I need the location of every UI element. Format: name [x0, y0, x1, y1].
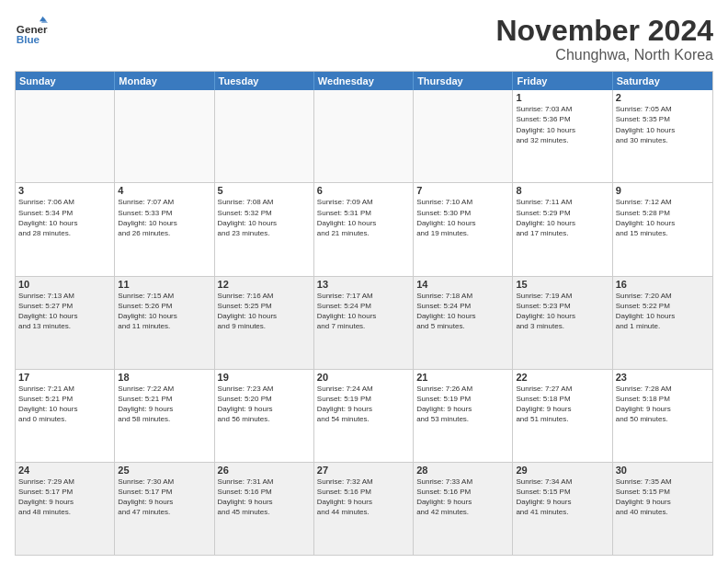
day-number: 18 [118, 372, 210, 383]
day-info: Sunrise: 7:33 AM Sunset: 5:16 PM Dayligh… [416, 477, 509, 518]
day-cell-30: 30Sunrise: 7:35 AM Sunset: 5:15 PM Dayli… [613, 463, 712, 555]
header-day-tuesday: Tuesday [215, 72, 314, 90]
day-info: Sunrise: 7:05 AM Sunset: 5:35 PM Dayligh… [616, 104, 710, 145]
empty-cell-0-0 [16, 90, 115, 182]
day-cell-18: 18Sunrise: 7:22 AM Sunset: 5:21 PM Dayli… [115, 370, 214, 462]
day-info: Sunrise: 7:32 AM Sunset: 5:16 PM Dayligh… [317, 477, 410, 518]
empty-cell-0-4 [414, 90, 513, 182]
header: General Blue November 2024 Chunghwa, Nor… [15, 15, 713, 63]
day-number: 8 [516, 185, 609, 196]
day-info: Sunrise: 7:34 AM Sunset: 5:15 PM Dayligh… [516, 477, 609, 518]
day-info: Sunrise: 7:28 AM Sunset: 5:18 PM Dayligh… [616, 384, 710, 425]
day-cell-11: 11Sunrise: 7:15 AM Sunset: 5:26 PM Dayli… [115, 277, 214, 369]
day-info: Sunrise: 7:26 AM Sunset: 5:19 PM Dayligh… [416, 384, 509, 425]
header-day-monday: Monday [115, 72, 214, 90]
day-info: Sunrise: 7:24 AM Sunset: 5:19 PM Dayligh… [317, 384, 410, 425]
day-cell-7: 7Sunrise: 7:10 AM Sunset: 5:30 PM Daylig… [414, 183, 513, 275]
day-cell-9: 9Sunrise: 7:12 AM Sunset: 5:28 PM Daylig… [613, 183, 712, 275]
day-cell-26: 26Sunrise: 7:31 AM Sunset: 5:16 PM Dayli… [215, 463, 314, 555]
day-info: Sunrise: 7:10 AM Sunset: 5:30 PM Dayligh… [416, 197, 509, 238]
day-cell-14: 14Sunrise: 7:18 AM Sunset: 5:24 PM Dayli… [414, 277, 513, 369]
day-info: Sunrise: 7:07 AM Sunset: 5:33 PM Dayligh… [118, 197, 210, 238]
day-number: 7 [416, 185, 509, 196]
day-info: Sunrise: 7:35 AM Sunset: 5:15 PM Dayligh… [616, 477, 710, 518]
day-cell-12: 12Sunrise: 7:16 AM Sunset: 5:25 PM Dayli… [215, 277, 314, 369]
day-cell-15: 15Sunrise: 7:19 AM Sunset: 5:23 PM Dayli… [513, 277, 612, 369]
calendar-row-1: 1Sunrise: 7:03 AM Sunset: 5:36 PM Daylig… [16, 90, 712, 182]
day-info: Sunrise: 7:23 AM Sunset: 5:20 PM Dayligh… [218, 384, 311, 425]
calendar-row-3: 10Sunrise: 7:13 AM Sunset: 5:27 PM Dayli… [16, 276, 712, 369]
subtitle: Chunghwa, North Korea [495, 47, 713, 63]
day-cell-24: 24Sunrise: 7:29 AM Sunset: 5:17 PM Dayli… [16, 463, 115, 555]
page: General Blue November 2024 Chunghwa, Nor… [0, 0, 728, 563]
day-info: Sunrise: 7:29 AM Sunset: 5:17 PM Dayligh… [18, 477, 111, 518]
day-info: Sunrise: 7:22 AM Sunset: 5:21 PM Dayligh… [118, 384, 210, 425]
header-day-saturday: Saturday [613, 72, 712, 90]
day-cell-6: 6Sunrise: 7:09 AM Sunset: 5:31 PM Daylig… [314, 183, 414, 275]
day-number: 19 [218, 372, 311, 383]
day-number: 10 [18, 279, 111, 290]
calendar-row-4: 17Sunrise: 7:21 AM Sunset: 5:21 PM Dayli… [16, 369, 712, 462]
calendar-header: SundayMondayTuesdayWednesdayThursdayFrid… [16, 72, 712, 90]
day-cell-1: 1Sunrise: 7:03 AM Sunset: 5:36 PM Daylig… [513, 90, 612, 182]
day-number: 22 [516, 372, 609, 383]
day-cell-5: 5Sunrise: 7:08 AM Sunset: 5:32 PM Daylig… [215, 183, 314, 275]
empty-cell-0-1 [115, 90, 214, 182]
day-number: 21 [416, 372, 509, 383]
header-day-thursday: Thursday [414, 72, 513, 90]
day-info: Sunrise: 7:15 AM Sunset: 5:26 PM Dayligh… [118, 291, 210, 332]
day-info: Sunrise: 7:03 AM Sunset: 5:36 PM Dayligh… [516, 104, 609, 145]
day-info: Sunrise: 7:09 AM Sunset: 5:31 PM Dayligh… [317, 197, 410, 238]
day-info: Sunrise: 7:13 AM Sunset: 5:27 PM Dayligh… [18, 291, 111, 332]
day-info: Sunrise: 7:06 AM Sunset: 5:34 PM Dayligh… [18, 197, 111, 238]
day-number: 26 [218, 465, 311, 476]
day-number: 6 [317, 185, 410, 196]
day-number: 28 [416, 465, 509, 476]
calendar-row-2: 3Sunrise: 7:06 AM Sunset: 5:34 PM Daylig… [16, 182, 712, 275]
day-number: 3 [18, 185, 111, 196]
day-cell-28: 28Sunrise: 7:33 AM Sunset: 5:16 PM Dayli… [414, 463, 513, 555]
calendar-row-5: 24Sunrise: 7:29 AM Sunset: 5:17 PM Dayli… [16, 462, 712, 555]
day-info: Sunrise: 7:08 AM Sunset: 5:32 PM Dayligh… [218, 197, 311, 238]
main-title: November 2024 [495, 15, 713, 47]
day-info: Sunrise: 7:17 AM Sunset: 5:24 PM Dayligh… [317, 291, 410, 332]
day-cell-13: 13Sunrise: 7:17 AM Sunset: 5:24 PM Dayli… [314, 277, 414, 369]
day-cell-19: 19Sunrise: 7:23 AM Sunset: 5:20 PM Dayli… [215, 370, 314, 462]
day-number: 1 [516, 92, 609, 103]
day-info: Sunrise: 7:20 AM Sunset: 5:22 PM Dayligh… [616, 291, 710, 332]
header-day-sunday: Sunday [16, 72, 115, 90]
day-cell-2: 2Sunrise: 7:05 AM Sunset: 5:35 PM Daylig… [613, 90, 712, 182]
day-cell-4: 4Sunrise: 7:07 AM Sunset: 5:33 PM Daylig… [115, 183, 214, 275]
day-info: Sunrise: 7:30 AM Sunset: 5:17 PM Dayligh… [118, 477, 210, 518]
title-block: November 2024 Chunghwa, North Korea [495, 15, 713, 63]
day-number: 27 [317, 465, 410, 476]
day-number: 9 [616, 185, 710, 196]
svg-text:Blue: Blue [17, 33, 40, 45]
day-info: Sunrise: 7:31 AM Sunset: 5:16 PM Dayligh… [218, 477, 311, 518]
day-number: 25 [118, 465, 210, 476]
day-info: Sunrise: 7:21 AM Sunset: 5:21 PM Dayligh… [18, 384, 111, 425]
day-info: Sunrise: 7:27 AM Sunset: 5:18 PM Dayligh… [516, 384, 609, 425]
day-cell-21: 21Sunrise: 7:26 AM Sunset: 5:19 PM Dayli… [414, 370, 513, 462]
day-cell-29: 29Sunrise: 7:34 AM Sunset: 5:15 PM Dayli… [513, 463, 612, 555]
header-day-friday: Friday [513, 72, 612, 90]
day-info: Sunrise: 7:11 AM Sunset: 5:29 PM Dayligh… [516, 197, 609, 238]
day-number: 4 [118, 185, 210, 196]
day-number: 2 [616, 92, 710, 103]
logo: General Blue [15, 15, 48, 48]
day-cell-16: 16Sunrise: 7:20 AM Sunset: 5:22 PM Dayli… [613, 277, 712, 369]
logo-icon: General Blue [15, 15, 48, 48]
day-number: 11 [118, 279, 210, 290]
calendar-body: 1Sunrise: 7:03 AM Sunset: 5:36 PM Daylig… [16, 90, 712, 555]
day-cell-23: 23Sunrise: 7:28 AM Sunset: 5:18 PM Dayli… [613, 370, 712, 462]
day-cell-20: 20Sunrise: 7:24 AM Sunset: 5:19 PM Dayli… [314, 370, 414, 462]
day-number: 12 [218, 279, 311, 290]
day-info: Sunrise: 7:12 AM Sunset: 5:28 PM Dayligh… [616, 197, 710, 238]
day-number: 15 [516, 279, 609, 290]
day-cell-22: 22Sunrise: 7:27 AM Sunset: 5:18 PM Dayli… [513, 370, 612, 462]
day-cell-3: 3Sunrise: 7:06 AM Sunset: 5:34 PM Daylig… [16, 183, 115, 275]
header-day-wednesday: Wednesday [314, 72, 414, 90]
day-cell-17: 17Sunrise: 7:21 AM Sunset: 5:21 PM Dayli… [16, 370, 115, 462]
day-cell-27: 27Sunrise: 7:32 AM Sunset: 5:16 PM Dayli… [314, 463, 414, 555]
day-number: 29 [516, 465, 609, 476]
